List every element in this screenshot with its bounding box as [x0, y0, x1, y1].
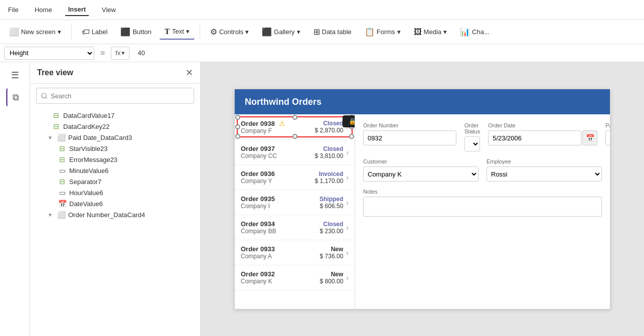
tree-panel-title: Tree view — [37, 68, 73, 77]
new-screen-button[interactable]: ⬜ New screen ▾ — [4, 25, 66, 39]
employee-label: Employee — [487, 158, 602, 164]
tree-item-starvisible23[interactable]: ⊟ StarVisible23 — [30, 143, 200, 154]
controls-icon: ⚙ — [210, 27, 217, 37]
order-status-label: Order Status — [464, 122, 480, 134]
tree-close-button[interactable]: ✕ — [186, 67, 193, 78]
order-right-0933: New $ 736.00 — [320, 246, 344, 260]
order-right-0935: Shipped $ 606.50 — [319, 196, 343, 210]
tree-panel: Tree view ✕ ⊟ DataCardValue17 ⊟ DataCard… — [30, 62, 201, 336]
order-list-item-0935[interactable]: Order 0935 Company I Shipped $ 606.50 › — [235, 190, 355, 215]
notes-input[interactable] — [363, 197, 602, 217]
handle-br[interactable] — [349, 134, 354, 139]
charts-label: Cha... — [472, 28, 490, 36]
order-chevron-0933: › — [346, 249, 349, 257]
data-table-button[interactable]: ⊞ Data table — [308, 25, 357, 39]
form-row-1: Order Number Order Status New Closed Inv… — [363, 122, 602, 151]
property-dropdown[interactable]: Height — [4, 47, 94, 60]
canvas-area: Northwind Orders Order 0938 ⚠ Company F — [201, 62, 644, 336]
menu-file[interactable]: File — [5, 4, 22, 16]
order-list-item-0932[interactable]: Order 0932 Company K New $ 800.00 › — [235, 265, 355, 290]
gallery-button[interactable]: ⬛ Gallery ▾ — [257, 25, 305, 39]
order-list-item-0938[interactable]: Order 0938 ⚠ Company F Closed $ 2,870.00… — [235, 114, 355, 140]
formula-value[interactable]: 40 — [133, 48, 148, 58]
order-amount-0933: $ 736.00 — [320, 253, 344, 260]
label-button[interactable]: 🏷 Label — [77, 25, 113, 39]
order-id-0937: Order 0937 — [241, 145, 315, 152]
new-screen-label: New screen — [21, 28, 56, 36]
card-icon-2: ⬜ — [57, 211, 65, 219]
handle-bm[interactable] — [292, 134, 297, 139]
order-company-0937: Company CC — [241, 152, 315, 159]
order-right-0934: Closed $ 230.00 — [320, 221, 344, 235]
tree-item-errormessage23[interactable]: ⊟ ErrorMessage23 — [30, 154, 200, 165]
menu-home[interactable]: Home — [32, 4, 55, 16]
form-row-3: Notes — [363, 189, 602, 217]
paid-date-input[interactable] — [605, 130, 610, 145]
order-status-0938: Closed — [315, 120, 344, 127]
order-amount-0938: $ 2,870.00 — [315, 127, 344, 134]
paid-date-label: Paid Date — [605, 122, 610, 128]
order-right-0936: Invoiced $ 1,170.00 — [315, 171, 344, 185]
handle-ml[interactable] — [235, 124, 240, 129]
order-status-select[interactable]: New Closed Invoiced Shipped — [464, 136, 480, 151]
handle-tl[interactable] — [235, 115, 240, 120]
order-date-input[interactable] — [488, 130, 581, 145]
fx-button[interactable]: fx ▾ — [111, 47, 129, 60]
media-label: Media — [424, 28, 441, 36]
forms-button[interactable]: 📋 Forms ▾ — [360, 25, 406, 39]
order-list-item-0934[interactable]: Order 0934 Company BB Closed $ 230.00 › — [235, 215, 355, 240]
tree-item-hourvalue6[interactable]: ▭ HourValue6 — [30, 187, 200, 198]
order-list-item-0937[interactable]: Order 0937 Company CC Closed $ 3,810.00 … — [235, 140, 355, 165]
formula-bar: Height = fx ▾ 40 — [0, 44, 644, 62]
handle-bl[interactable] — [235, 134, 240, 139]
fx-chevron: ▾ — [121, 49, 125, 57]
media-icon: 🖼 — [414, 28, 422, 37]
tree-item-minutevalue6[interactable]: ▭ MinuteValue6 — [30, 165, 200, 176]
customer-select[interactable]: Company K — [363, 166, 478, 182]
employee-field: Employee Rossi — [487, 158, 602, 182]
order-company-0933: Company A — [241, 253, 320, 260]
tree-item-label-3: Paid Date_DataCard3 — [68, 134, 132, 141]
tree-item-datevalue6[interactable]: 📅 DateValue6 — [30, 198, 200, 209]
media-chevron: ▾ — [443, 28, 447, 36]
sidebar-layers-icon[interactable]: ⧉ — [6, 88, 24, 106]
tree-item-paiddate-card[interactable]: ▼ ⬜ Paid Date_DataCard3 — [30, 132, 200, 143]
menu-insert[interactable]: Insert — [65, 4, 89, 16]
order-status-selector: New Closed Invoiced Shipped — [464, 136, 480, 151]
order-number-label: Order Number — [363, 122, 456, 128]
button-button[interactable]: ⬛ Button — [115, 25, 156, 39]
order-date-calendar-btn[interactable]: 📅 — [582, 130, 597, 145]
order-status-0935: Shipped — [319, 196, 343, 203]
data-table-icon: ⊞ — [313, 27, 320, 37]
tree-search-input[interactable] — [36, 88, 194, 104]
employee-select[interactable]: Rossi — [487, 166, 602, 182]
text-button[interactable]: 𝐓 Text ▾ — [159, 25, 195, 40]
order-id-0934: Order 0934 — [241, 220, 320, 228]
order-list-item-0936[interactable]: Order 0936 Company Y Invoiced $ 1,170.00… — [235, 165, 355, 190]
equals-sign: = — [98, 49, 107, 58]
order-date-label: Order Date — [488, 122, 597, 128]
controls-button[interactable]: ⚙ Controls ▾ — [205, 25, 254, 39]
menu-bar: File Home Insert View — [0, 0, 644, 20]
tree-item-separator7[interactable]: ⊟ Separator7 — [30, 176, 200, 187]
order-list-item-0933[interactable]: Order 0933 Company A New $ 736.00 › — [235, 240, 355, 265]
gallery-label: Gallery — [274, 28, 294, 36]
sidebar-menu-icon[interactable]: ☰ — [6, 66, 24, 84]
gallery-chevron: ▾ — [297, 28, 300, 36]
order-info-0935: Order 0935 Company I — [241, 195, 319, 210]
tree-item-datacardkey22[interactable]: ⊟ DataCardKey22 — [30, 121, 200, 132]
charts-button[interactable]: 📊 Cha... — [455, 25, 495, 39]
order-number-input[interactable] — [363, 130, 456, 145]
tree-item-ordernumber-card[interactable]: ▼ ⬜ Order Number_DataCard4 — [30, 209, 200, 220]
property-selector[interactable]: Height — [4, 47, 94, 60]
main-area: ☰ ⧉ Tree view ✕ ⊟ DataCardValue17 ⊟ Data… — [0, 62, 644, 336]
form-row-2: Customer Company K Employee — [363, 158, 602, 182]
orders-list: Order 0938 ⚠ Company F Closed $ 2,870.00… — [235, 114, 355, 309]
order-amount-0936: $ 1,170.00 — [315, 178, 344, 185]
menu-view[interactable]: View — [99, 4, 119, 16]
separator-1 — [71, 25, 72, 39]
tree-item-datacardvalue17[interactable]: ⊟ DataCardValue17 — [30, 110, 200, 121]
media-button[interactable]: 🖼 Media ▾ — [409, 25, 452, 39]
sidebar: ☰ ⧉ — [0, 62, 30, 336]
tree-item-label-5: ErrorMessage23 — [69, 156, 117, 163]
